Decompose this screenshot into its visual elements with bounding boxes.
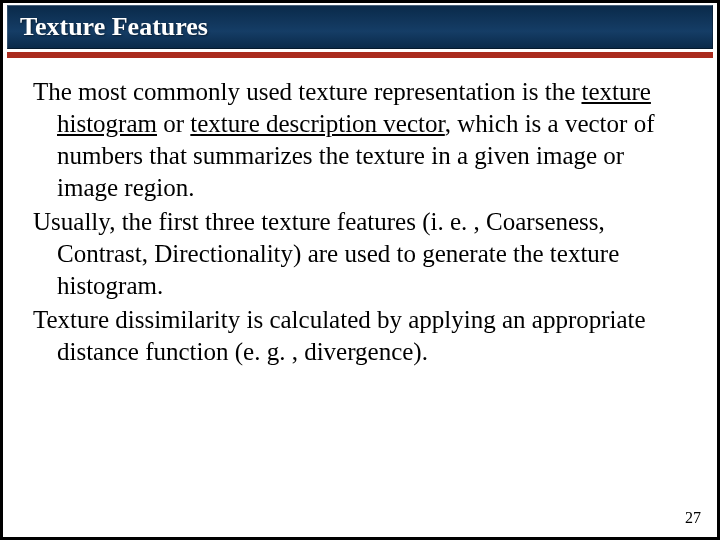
paragraph-2: Usually, the first three texture feature… xyxy=(33,206,687,302)
slide-body: The most commonly used texture represent… xyxy=(3,58,717,368)
paragraph-3: Texture dissimilarity is calculated by a… xyxy=(33,304,687,368)
para1-lead: The most commonly used texture represent… xyxy=(33,78,581,105)
title-banner: Texture Features xyxy=(7,5,713,49)
page-number: 27 xyxy=(685,509,701,527)
paragraph-1: The most commonly used texture represent… xyxy=(33,76,687,204)
accent-rule xyxy=(7,52,713,58)
term-texture-description-vector: texture description vector xyxy=(190,110,444,137)
para1-mid: or xyxy=(157,110,190,137)
slide-title: Texture Features xyxy=(20,12,700,42)
slide-header: Texture Features xyxy=(7,5,713,58)
